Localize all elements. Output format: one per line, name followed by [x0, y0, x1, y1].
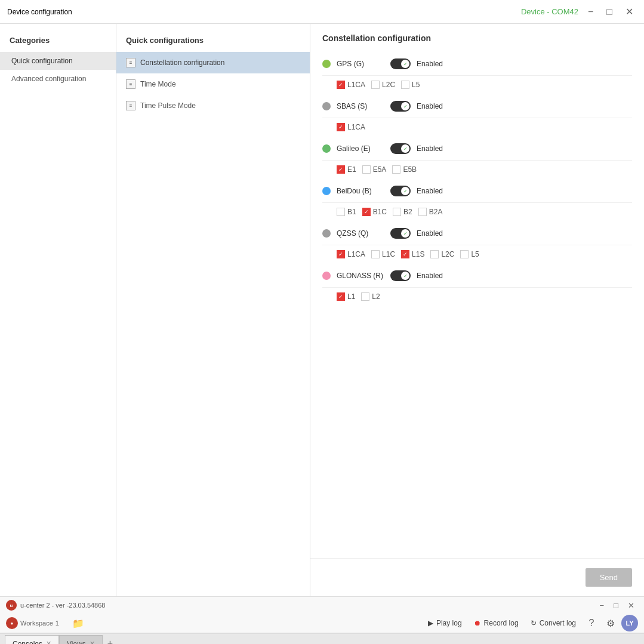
- qzss-enabled-label: Enabled: [417, 229, 443, 238]
- workspace-area: ● Workspace 1: [6, 617, 59, 629]
- sbas-l1ca-checkbox[interactable]: [337, 123, 345, 131]
- galileo-toggle[interactable]: ✓: [390, 143, 411, 154]
- tab-consoles-close[interactable]: ✕: [46, 640, 51, 644]
- galileo-e5b: E5B: [392, 165, 417, 174]
- gps-toggle-knob: ✓: [401, 60, 409, 68]
- qzss-row: QZSS (Q) ✓ Enabled: [322, 222, 632, 245]
- constellation-sbas: SBAS (S) ✓ Enabled L1CA: [322, 95, 632, 137]
- qzss-l1s-label: L1S: [412, 250, 424, 258]
- galileo-e5b-checkbox[interactable]: [392, 165, 400, 174]
- config-item-constellation-label: Constellation configuration: [140, 58, 224, 67]
- beidou-b1c-checkbox[interactable]: [362, 208, 371, 216]
- galileo-name: Galileo (E): [337, 144, 384, 153]
- gps-bands: L1CA L2C L5: [322, 76, 632, 95]
- time-mode-icon: ≡: [126, 79, 135, 89]
- config-item-time-mode-label: Time Mode: [140, 80, 176, 88]
- tab-views-label: Views: [67, 640, 86, 645]
- gps-l5-label: L5: [412, 81, 420, 89]
- sbas-toggle-knob: ✓: [401, 102, 409, 110]
- galileo-bands: E1 E5A E5B: [322, 161, 632, 180]
- config-item-time-pulse[interactable]: ≡ Time Pulse Mode: [116, 95, 310, 116]
- qzss-l1s-checkbox[interactable]: [401, 250, 409, 258]
- qzss-l5-checkbox[interactable]: [460, 250, 469, 258]
- minimize-button[interactable]: −: [584, 5, 597, 19]
- quick-config-title: Quick configurations: [116, 31, 310, 52]
- galileo-toggle-knob: ✓: [401, 144, 409, 153]
- views-container: Consoles ✕ Views ✕ + Satellite Signal Vi…: [0, 633, 644, 644]
- convert-log-button[interactable]: ↻ Convert log: [526, 617, 581, 630]
- time-pulse-icon: ≡: [126, 101, 135, 110]
- close-button[interactable]: ✕: [622, 5, 637, 19]
- sbas-bands: L1CA: [322, 118, 632, 137]
- beidou-row: BeiDou (B) ✓ Enabled: [322, 180, 632, 203]
- glonass-l2-checkbox[interactable]: [361, 292, 369, 301]
- glonass-bands: L1 L2: [322, 288, 632, 307]
- qzss-l1ca-checkbox[interactable]: [337, 250, 345, 258]
- beidou-toggle[interactable]: ✓: [390, 186, 411, 196]
- user-avatar[interactable]: LY: [621, 615, 638, 631]
- qzss-l1ca-label: L1CA: [347, 250, 365, 258]
- qzss-toggle[interactable]: ✓: [390, 228, 411, 239]
- qzss-l2c: L2C: [430, 250, 454, 258]
- maximize-button[interactable]: □: [603, 5, 616, 19]
- qzss-l5-label: L5: [471, 250, 479, 258]
- qzss-l5: L5: [460, 250, 479, 258]
- sidebar-item-quick-config[interactable]: Quick configuration: [0, 52, 116, 70]
- glonass-l1-checkbox[interactable]: [337, 292, 345, 301]
- add-tab-button[interactable]: +: [103, 636, 118, 644]
- beidou-enabled-label: Enabled: [417, 187, 443, 195]
- app-restore-button[interactable]: □: [610, 600, 622, 611]
- gps-l2c-checkbox[interactable]: [371, 81, 380, 89]
- tab-views-close[interactable]: ✕: [90, 640, 95, 644]
- gps-l5-checkbox[interactable]: [401, 81, 409, 89]
- sbas-toggle[interactable]: ✓: [390, 101, 411, 112]
- app-window-controls: − □ ✕: [596, 600, 638, 611]
- app-close-button[interactable]: ✕: [624, 600, 638, 611]
- gps-toggle[interactable]: ✓: [390, 58, 411, 69]
- help-button[interactable]: ?: [583, 615, 600, 631]
- device-label: Device - COM42: [521, 7, 578, 16]
- tab-consoles[interactable]: Consoles ✕: [5, 635, 59, 644]
- categories-title: Categories: [0, 31, 116, 52]
- app-minimize-button[interactable]: −: [596, 600, 608, 611]
- beidou-bands: B1 B1C B2 B2A: [322, 203, 632, 222]
- record-log-button[interactable]: ⏺ Record log: [469, 617, 523, 630]
- sidebar-item-advanced-config[interactable]: Advanced configuration: [0, 70, 116, 88]
- beidou-b2a-checkbox[interactable]: [418, 208, 427, 216]
- settings-button[interactable]: ⚙: [602, 615, 619, 631]
- beidou-toggle-knob: ✓: [401, 187, 409, 195]
- galileo-e1: E1: [337, 165, 356, 174]
- galileo-e1-checkbox[interactable]: [337, 165, 345, 174]
- glonass-l2-label: L2: [372, 292, 380, 301]
- beidou-b1-checkbox[interactable]: [337, 208, 345, 216]
- galileo-row: Galileo (E) ✓ Enabled: [322, 137, 632, 161]
- app-bar-top: u u-center 2 - ver -23.03.54868 − □ ✕: [0, 597, 644, 614]
- glonass-toggle[interactable]: ✓: [390, 270, 411, 281]
- qzss-bands: L1CA L1C L1S L2C: [322, 245, 632, 264]
- app-logo-text: u: [10, 603, 13, 608]
- config-item-constellation[interactable]: ≡ Constellation configuration: [116, 52, 310, 73]
- gps-l1ca-checkbox[interactable]: [337, 81, 345, 89]
- sbas-l1ca: L1CA: [337, 123, 365, 131]
- constellation-beidou: BeiDou (B) ✓ Enabled B1 B1C B2: [322, 180, 632, 222]
- beidou-b1c: B1C: [362, 208, 387, 216]
- tab-views[interactable]: Views ✕: [59, 635, 103, 644]
- gps-l2c: L2C: [371, 81, 395, 89]
- glonass-dot: [322, 272, 331, 280]
- gps-l1ca: L1CA: [337, 81, 365, 89]
- beidou-b1-label: B1: [347, 208, 356, 216]
- galileo-e5a-checkbox[interactable]: [362, 165, 371, 174]
- config-item-time-mode[interactable]: ≡ Time Mode: [116, 73, 310, 95]
- beidou-b1c-label: B1C: [373, 208, 387, 216]
- categories-sidebar: Categories Quick configuration Advanced …: [0, 24, 116, 596]
- qzss-l1c-checkbox[interactable]: [371, 250, 380, 258]
- qzss-dot: [322, 229, 331, 238]
- folder-button[interactable]: 📁: [69, 617, 88, 630]
- send-button[interactable]: Send: [586, 568, 632, 587]
- galileo-dot: [322, 144, 331, 153]
- qzss-l2c-checkbox[interactable]: [430, 250, 439, 258]
- beidou-b2-checkbox[interactable]: [393, 208, 401, 216]
- play-log-button[interactable]: ▶ Play log: [423, 617, 467, 630]
- beidou-b2-label: B2: [403, 208, 412, 216]
- constellation-glonass: GLONASS (R) ✓ Enabled L1 L2: [322, 264, 632, 307]
